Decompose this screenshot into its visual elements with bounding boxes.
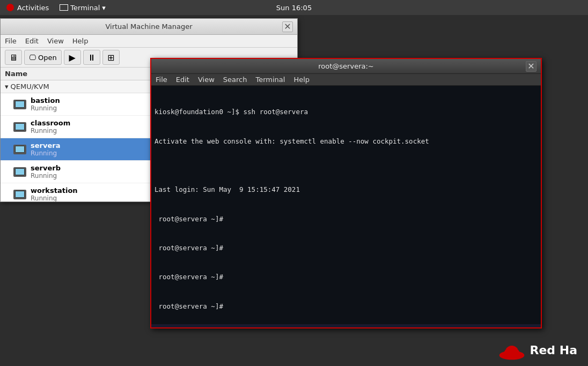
vm-servera-name: servera [31, 141, 60, 150]
vmm-open-button[interactable]: 🖵 Open [24, 50, 62, 65]
vmm-details-button[interactable]: ⊞ [102, 50, 120, 65]
group-label: QEMU/KVM [11, 83, 49, 91]
vm-servera-icon [13, 145, 26, 154]
term-line-2: Activate the web console with: systemctl… [155, 137, 538, 146]
redhat-logo: Red Ha [498, 339, 577, 361]
vmm-play-button[interactable]: ▶ [64, 50, 81, 65]
vmm-menubar: File Edit View Help [1, 35, 297, 48]
topbar: Activities Terminal ▾ Sun 16:05 [0, 0, 588, 15]
vm-serverb-icon [13, 167, 26, 177]
vm-classroom-icon [13, 122, 26, 132]
term-menu-file[interactable]: File [156, 76, 167, 84]
terminal-icon [60, 4, 68, 11]
vmm-menu-file[interactable]: File [5, 37, 17, 45]
vm-classroom-name: classroom [31, 119, 70, 127]
terminal-chevron-icon: ▾ [102, 4, 106, 12]
terminal-close-button[interactable]: ✕ [526, 61, 536, 72]
vm-workstation-status: Running [31, 195, 78, 201]
terminal-label: Terminal [70, 4, 100, 12]
term-menu-search[interactable]: Search [223, 76, 247, 84]
redhat-text: Red Ha [530, 343, 577, 357]
vm-bastion-name: bastion [31, 96, 60, 104]
vmm-close-button[interactable]: ✕ [282, 21, 293, 32]
vmm-menu-view[interactable]: View [47, 37, 64, 45]
term-line-5: root@servera ~]# [155, 214, 538, 224]
vm-bastion-icon [13, 100, 26, 109]
term-line-8: root@servera ~]# [155, 302, 538, 311]
term-line-7: root@servera ~]# [155, 272, 538, 282]
vmm-new-vm-button[interactable]: 🖥 [5, 50, 22, 65]
term-menu-edit[interactable]: Edit [176, 76, 189, 84]
vmm-pause-button[interactable]: ⏸ [83, 50, 100, 65]
term-line-4: Last login: Sun May 9 15:15:47 2021 [155, 185, 538, 195]
vm-serverb-name: serverb [31, 164, 61, 172]
terminal-titlebar: root@servera:~ ✕ [151, 59, 541, 74]
vm-classroom-status: Running [31, 127, 70, 135]
terminal-content[interactable]: kiosk@foundation0 ~]$ ssh root@servera A… [151, 86, 541, 324]
redhat-dot-icon [6, 4, 14, 11]
term-menu-view[interactable]: View [198, 76, 215, 84]
clock: Sun 16:05 [276, 4, 312, 12]
vmm-titlebar: Virtual Machine Manager ✕ [1, 19, 297, 35]
terminal-window: root@servera:~ ✕ File Edit View Search T… [150, 58, 542, 328]
vm-serverb-status: Running [31, 172, 61, 180]
vmm-menu-edit[interactable]: Edit [25, 37, 39, 45]
terminal-title: root@servera:~ [318, 62, 373, 70]
terminal-menu[interactable]: Terminal ▾ [60, 4, 105, 12]
term-menu-help[interactable]: Help [293, 76, 310, 84]
term-menu-terminal[interactable]: Terminal [255, 76, 285, 84]
term-line-1: kiosk@foundation0 ~]$ ssh root@servera [155, 107, 538, 117]
vm-servera-status: Running [31, 150, 60, 157]
vm-workstation-icon [13, 190, 26, 199]
open-icon: 🖵 [29, 54, 36, 62]
vmm-menu-help[interactable]: Help [72, 37, 89, 45]
redhat-hat-icon [498, 339, 525, 361]
vm-bastion-status: Running [31, 104, 60, 112]
vm-workstation-name: workstation [31, 186, 78, 195]
activities-label: Activities [17, 4, 49, 12]
group-chevron-icon: ▾ [5, 83, 9, 91]
open-label: Open [38, 54, 57, 62]
vmm-title: Virtual Machine Manager [105, 23, 192, 31]
activities-button[interactable]: Activities [6, 4, 49, 12]
terminal-menubar: File Edit View Search Terminal Help [151, 74, 541, 86]
term-line-6: root@servera ~]# [155, 243, 538, 253]
